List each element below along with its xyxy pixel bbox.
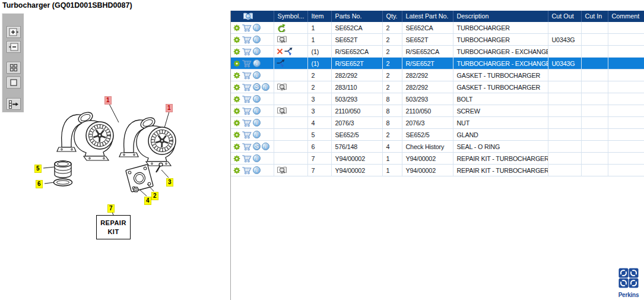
- single-view-button[interactable]: [7, 77, 21, 89]
- info-icon[interactable]: i: [253, 154, 261, 162]
- info-icon[interactable]: i: [253, 59, 261, 67]
- cart-icon[interactable]: [242, 118, 252, 127]
- cell-qty: 2: [382, 129, 402, 141]
- table-row[interactable]: i3503/2938503/293BOLT: [231, 93, 644, 105]
- gear-icon[interactable]: [233, 119, 240, 127]
- row-action-icons: i: [231, 22, 274, 34]
- callout-5: 5: [34, 165, 42, 173]
- perkins-logo: Perkins: [617, 268, 640, 298]
- superseded-icon[interactable]: S: [253, 83, 261, 91]
- cell-description: TURBOCHARGER: [453, 34, 548, 46]
- column-header-qty[interactable]: Qty.: [382, 11, 402, 22]
- column-header-cut-in[interactable]: Cut In: [581, 11, 608, 22]
- cart-icon[interactable]: [242, 130, 252, 139]
- row-symbol: [274, 34, 307, 46]
- cart-icon[interactable]: [242, 154, 252, 163]
- book-search-icon[interactable]: [277, 83, 287, 91]
- table-row[interactable]: i7Y94/000021Y94/00002REPAIR KIT - TURBOC…: [231, 165, 644, 176]
- gear-icon[interactable]: [233, 131, 240, 138]
- gear-icon[interactable]: [233, 36, 240, 43]
- info-icon[interactable]: i: [253, 166, 261, 174]
- cell-comment: [608, 81, 644, 93]
- cell-cut-in: [581, 117, 608, 129]
- superseded-icon[interactable]: S: [253, 143, 261, 150]
- info-icon[interactable]: i: [253, 107, 261, 115]
- info-icon[interactable]: i: [262, 143, 269, 150]
- cell-item: 7: [307, 165, 331, 176]
- book-search-icon[interactable]: [277, 35, 287, 44]
- info-icon[interactable]: i: [253, 119, 261, 127]
- split-arrow-icon[interactable]: [277, 59, 286, 68]
- info-icon[interactable]: i: [262, 83, 269, 91]
- cart-icon[interactable]: [242, 83, 252, 91]
- gear-icon[interactable]: [233, 24, 240, 31]
- cell-qty: 2: [382, 70, 402, 81]
- row-symbol: [274, 93, 307, 105]
- table-row[interactable]: i(1)R/SE652T2R/SE652TTURBOCHARGER - EXCH…: [231, 58, 644, 70]
- cart-icon[interactable]: [242, 166, 252, 175]
- info-icon[interactable]: i: [253, 71, 261, 79]
- column-header-actions[interactable]: [231, 11, 274, 22]
- book-search-icon[interactable]: [277, 106, 287, 115]
- cart-icon[interactable]: [242, 106, 252, 115]
- row-action-icons: i: [231, 58, 274, 70]
- cell-cut-out: U0343G: [548, 58, 581, 70]
- info-icon[interactable]: i: [253, 95, 261, 103]
- delete-icon[interactable]: [277, 48, 283, 55]
- tile-view-button[interactable]: [7, 62, 21, 74]
- table-row[interactable]: i(1)R/SE652CA2R/SE652CATURBOCHARGER - EX…: [231, 46, 644, 58]
- cart-icon[interactable]: [242, 94, 252, 103]
- gear-icon[interactable]: [233, 143, 240, 150]
- gear-icon[interactable]: [233, 155, 240, 162]
- table-row[interactable]: Si2283/1102282/292GASKET - TURBOCHARGER: [231, 81, 644, 93]
- gear-icon[interactable]: [233, 60, 240, 67]
- gear-icon[interactable]: [233, 72, 240, 79]
- column-header-latest-part-no[interactable]: Latest Part No.: [402, 11, 453, 22]
- cart-icon[interactable]: [242, 47, 252, 56]
- column-header-parts-no[interactable]: Parts No.: [331, 11, 382, 22]
- table-row[interactable]: i1SE652CA2SE652CATURBOCHARGER: [231, 22, 644, 34]
- zoom-in-button[interactable]: [7, 26, 21, 38]
- table-row[interactable]: Si6576/1484Check HistorySEAL - O RING: [231, 141, 644, 153]
- cell-cut-in: [581, 93, 608, 105]
- column-header-item[interactable]: Item: [307, 11, 331, 22]
- table-row[interactable]: i5SE652/52SE652/5GLAND: [231, 129, 644, 141]
- column-header-comment[interactable]: Comment: [608, 11, 644, 22]
- cell-cut-out: [548, 81, 581, 93]
- column-header-description[interactable]: Description: [453, 11, 548, 22]
- zoom-out-button[interactable]: [7, 41, 21, 53]
- cell-comment: [608, 93, 644, 105]
- split-arrow-icon[interactable]: [284, 47, 294, 56]
- perkins-logo-text: Perkins: [617, 292, 640, 298]
- cart-icon[interactable]: [242, 59, 252, 68]
- table-row[interactable]: i42076/382076/3NUT: [231, 117, 644, 129]
- panel-toggle-button[interactable]: [7, 98, 21, 110]
- table-row[interactable]: i2282/2922282/292GASKET - TURBOCHARGER: [231, 70, 644, 81]
- cell-comment: [608, 117, 644, 129]
- table-row[interactable]: i32110/05082110/050SCREW: [231, 105, 644, 117]
- info-icon[interactable]: i: [253, 36, 261, 43]
- cart-icon[interactable]: [242, 142, 252, 151]
- cart-icon[interactable]: [242, 71, 252, 80]
- gear-icon[interactable]: [233, 108, 240, 115]
- cell-cut-out: [548, 46, 581, 58]
- info-icon[interactable]: i: [253, 24, 261, 31]
- refresh-icon[interactable]: [277, 24, 285, 32]
- table-row[interactable]: i1SE652T2SE652TTURBOCHARGERU0343G: [231, 34, 644, 46]
- gear-icon[interactable]: [233, 167, 240, 174]
- row-symbol: [274, 46, 307, 58]
- cart-icon[interactable]: [242, 23, 252, 32]
- cell-qty: 8: [382, 117, 402, 129]
- column-header-symbol[interactable]: Symbol...: [274, 11, 307, 22]
- table-row[interactable]: i7Y94/000021Y94/00002REPAIR KIT - TURBOC…: [231, 153, 644, 165]
- cell-latest-part-no: 2076/3: [402, 117, 453, 129]
- gear-icon[interactable]: [233, 48, 240, 55]
- info-icon[interactable]: i: [253, 131, 261, 138]
- gear-icon[interactable]: [233, 84, 240, 91]
- cell-cut-out: U0343G: [548, 34, 581, 46]
- cart-icon[interactable]: [242, 35, 252, 44]
- gear-icon[interactable]: [233, 96, 240, 103]
- book-search-icon[interactable]: [277, 166, 287, 175]
- column-header-cut-out[interactable]: Cut Out: [548, 11, 581, 22]
- info-icon[interactable]: i: [253, 48, 261, 55]
